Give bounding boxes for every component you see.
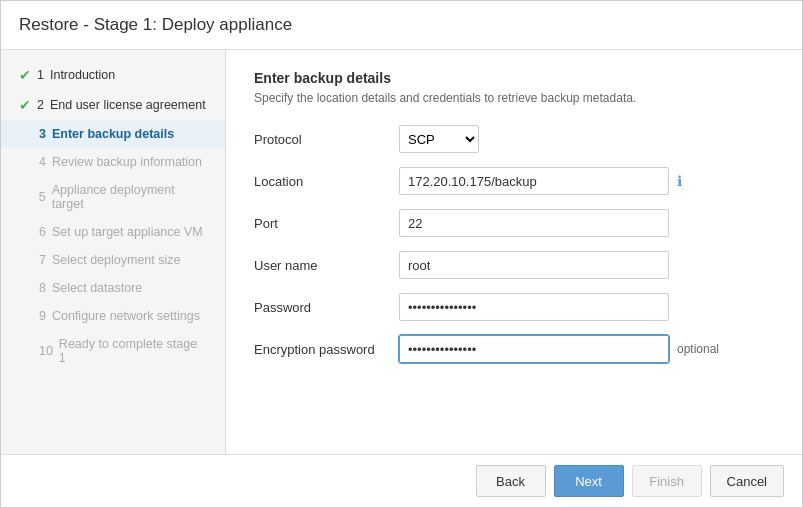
info-icon[interactable]: ℹ bbox=[677, 173, 682, 189]
next-button[interactable]: Next bbox=[554, 465, 624, 497]
sidebar-label-setup-text: Set up target appliance VM bbox=[52, 225, 203, 239]
sidebar-label-complete-text: Ready to complete stage 1 bbox=[59, 337, 207, 365]
title-bar: Restore - Stage 1: Deploy appliance bbox=[1, 1, 802, 50]
sidebar-label-intro-text: Introduction bbox=[50, 68, 115, 82]
sidebar-label-net-text: Configure network settings bbox=[52, 309, 200, 323]
main-window: Restore - Stage 1: Deploy appliance ✔ 1 … bbox=[0, 0, 803, 508]
password-label: Password bbox=[254, 300, 399, 315]
password-control bbox=[399, 293, 774, 321]
sidebar-label-size-text: Select deployment size bbox=[52, 253, 181, 267]
sidebar-label-review-text: Review backup information bbox=[52, 155, 202, 169]
protocol-row: Protocol SCP FTP SFTP HTTP HTTPS bbox=[254, 125, 774, 153]
main-content: Enter backup details Specify the locatio… bbox=[226, 50, 802, 454]
sidebar-item-deploy-size: 7 Select deployment size bbox=[1, 246, 225, 274]
port-row: Port bbox=[254, 209, 774, 237]
location-control: ℹ bbox=[399, 167, 774, 195]
content-area: ✔ 1 Introduction ✔ 2 End user license ag… bbox=[1, 50, 802, 454]
sidebar-label-eula: 2 bbox=[37, 98, 44, 112]
sidebar: ✔ 1 Introduction ✔ 2 End user license ag… bbox=[1, 50, 226, 454]
sidebar-item-review: 4 Review backup information bbox=[1, 148, 225, 176]
sidebar-label-deploy: 5 bbox=[39, 190, 46, 204]
sidebar-item-deploy-target: 5 Appliance deployment target bbox=[1, 176, 225, 218]
check-icon-eula: ✔ bbox=[19, 97, 31, 113]
section-title: Enter backup details bbox=[254, 70, 774, 86]
location-input[interactable] bbox=[399, 167, 669, 195]
enc-password-row: Encryption password optional bbox=[254, 335, 774, 363]
sidebar-item-setup-target: 6 Set up target appliance VM bbox=[1, 218, 225, 246]
finish-button: Finish bbox=[632, 465, 702, 497]
sidebar-item-datastore: 8 Select datastore bbox=[1, 274, 225, 302]
sidebar-label-review: 4 bbox=[39, 155, 46, 169]
location-label: Location bbox=[254, 174, 399, 189]
port-input[interactable] bbox=[399, 209, 669, 237]
footer: Back Next Finish Cancel bbox=[1, 454, 802, 507]
sidebar-label-intro: 1 bbox=[37, 68, 44, 82]
sidebar-item-network: 9 Configure network settings bbox=[1, 302, 225, 330]
optional-text: optional bbox=[677, 342, 719, 356]
username-label: User name bbox=[254, 258, 399, 273]
section-subtitle: Specify the location details and credent… bbox=[254, 91, 774, 105]
password-input[interactable] bbox=[399, 293, 669, 321]
sidebar-label-ds-text: Select datastore bbox=[52, 281, 142, 295]
location-row: Location ℹ bbox=[254, 167, 774, 195]
password-row: Password bbox=[254, 293, 774, 321]
port-label: Port bbox=[254, 216, 399, 231]
sidebar-item-backup[interactable]: 3 Enter backup details bbox=[1, 120, 225, 148]
sidebar-label-backup: 3 bbox=[39, 127, 46, 141]
username-row: User name bbox=[254, 251, 774, 279]
check-icon-intro: ✔ bbox=[19, 67, 31, 83]
sidebar-item-complete: 10 Ready to complete stage 1 bbox=[1, 330, 225, 372]
username-control bbox=[399, 251, 774, 279]
sidebar-label-setup: 6 bbox=[39, 225, 46, 239]
sidebar-item-eula[interactable]: ✔ 2 End user license agreement bbox=[1, 90, 225, 120]
protocol-select[interactable]: SCP FTP SFTP HTTP HTTPS bbox=[399, 125, 479, 153]
username-input[interactable] bbox=[399, 251, 669, 279]
enc-password-label: Encryption password bbox=[254, 342, 399, 357]
sidebar-item-intro[interactable]: ✔ 1 Introduction bbox=[1, 60, 225, 90]
sidebar-label-net: 9 bbox=[39, 309, 46, 323]
window-title: Restore - Stage 1: Deploy appliance bbox=[19, 15, 784, 35]
protocol-control: SCP FTP SFTP HTTP HTTPS bbox=[399, 125, 774, 153]
sidebar-label-size: 7 bbox=[39, 253, 46, 267]
sidebar-label-ds: 8 bbox=[39, 281, 46, 295]
enc-password-input[interactable] bbox=[399, 335, 669, 363]
sidebar-label-deploy-text: Appliance deployment target bbox=[52, 183, 207, 211]
sidebar-label-backup-text: Enter backup details bbox=[52, 127, 174, 141]
back-button[interactable]: Back bbox=[476, 465, 546, 497]
sidebar-label-complete: 10 bbox=[39, 344, 53, 358]
sidebar-label-eula-text: End user license agreement bbox=[50, 98, 206, 112]
port-control bbox=[399, 209, 774, 237]
enc-password-control: optional bbox=[399, 335, 774, 363]
cancel-button[interactable]: Cancel bbox=[710, 465, 784, 497]
protocol-label: Protocol bbox=[254, 132, 399, 147]
